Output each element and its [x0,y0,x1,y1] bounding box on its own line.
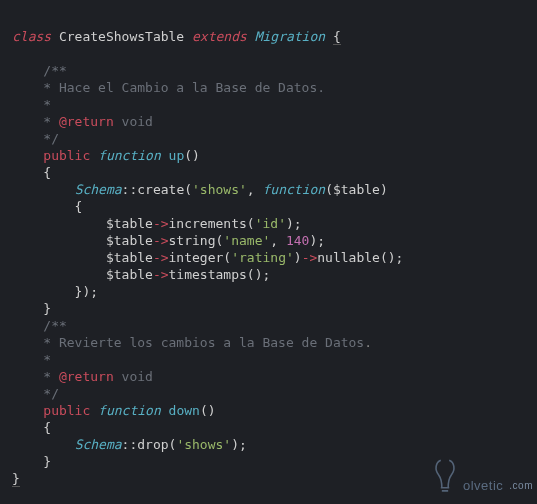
class-migration: Migration [255,29,325,44]
keyword-class: class [12,29,51,44]
class-schema: Schema [75,437,122,452]
string-literal: 'shows' [192,182,247,197]
code-line: } [12,301,51,316]
code-line: { [12,165,51,180]
code-line: $table->string('name', 140); [12,233,325,248]
variable: $table [106,267,153,282]
comment-line: * [12,352,51,367]
method-up: up [169,148,185,163]
keyword-function: function [98,148,161,163]
watermark-ext: .com [509,477,533,494]
variable: $table [106,233,153,248]
brace-open: { [333,29,341,45]
number-literal: 140 [286,233,309,248]
comment-line: */ [12,386,59,401]
method-down: down [169,403,200,418]
comment-line: * Hace el Cambio a la Base de Datos. [12,80,325,95]
comment-line: */ [12,131,59,146]
comment-line: * Revierte los cambios a la Base de Dato… [12,335,372,350]
comment-line: * @return void [12,369,153,384]
watermark: olvetic.com [431,456,533,494]
class-name: CreateShowsTable [59,29,184,44]
comment-line: /** [12,318,67,333]
code-line: public function down() [12,403,216,418]
phpdoc-return: @return [59,369,114,384]
code-line: public function up() [12,148,200,163]
keyword-extends: extends [192,29,247,44]
code-line: { [12,420,51,435]
code-line: $table->increments('id'); [12,216,302,231]
keyword-public: public [43,403,90,418]
brace-close: } [12,471,20,487]
keyword-function: function [98,403,161,418]
comment-line: * [12,97,51,112]
class-schema: Schema [75,182,122,197]
phpdoc-return: @return [59,114,114,129]
variable: $table [333,182,380,197]
code-line: }); [12,284,98,299]
code-line: $table->timestamps(); [12,267,270,282]
code-line: class CreateShowsTable extends Migration… [12,29,341,45]
code-line: } [12,454,51,469]
watermark-brand: olvetic [463,477,503,494]
comment-line: * @return void [12,114,153,129]
code-line: Schema::drop('shows'); [12,437,247,452]
string-literal: 'name' [223,233,270,248]
string-literal: 'rating' [231,250,294,265]
code-editor: class CreateShowsTable extends Migration… [0,0,537,500]
code-line: Schema::create('shows', function($table) [12,182,388,197]
code-line: { [12,199,82,214]
comment-line: /** [12,63,67,78]
code-line: $table->integer('rating')->nullable(); [12,250,403,265]
keyword-function: function [263,182,326,197]
variable: $table [106,250,153,265]
string-literal: 'shows' [176,437,231,452]
keyword-public: public [43,148,90,163]
lightbulb-icon [431,456,459,494]
variable: $table [106,216,153,231]
string-literal: 'id' [255,216,286,231]
